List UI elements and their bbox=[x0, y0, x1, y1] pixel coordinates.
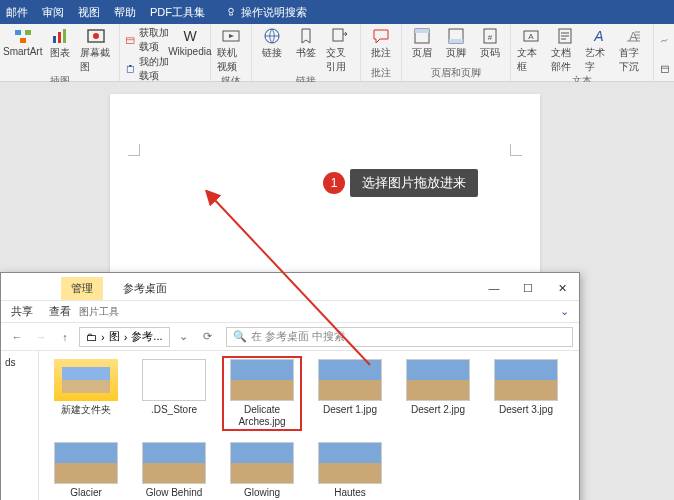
file-thumbnail bbox=[142, 359, 206, 401]
calendar-icon bbox=[660, 62, 670, 76]
file-explorer-window: 管理 参考桌面 — ☐ ✕ 共享 查看 图片工具 ⌄ ← → ↑ 🗀 ›图 ›参… bbox=[0, 272, 580, 500]
file-name: Hautes Pyrenees.jpg bbox=[313, 487, 387, 500]
file-item[interactable]: 新建文件夹 bbox=[47, 357, 125, 430]
footer-icon bbox=[446, 26, 466, 46]
svg-rect-6 bbox=[63, 29, 66, 43]
bookmark-button[interactable]: 书签 bbox=[292, 26, 320, 60]
svg-text:A: A bbox=[528, 32, 534, 41]
tab-mail[interactable]: 邮件 bbox=[6, 5, 28, 20]
explorer-tab-manage[interactable]: 管理 bbox=[61, 277, 103, 300]
svg-rect-17 bbox=[415, 29, 429, 33]
file-thumbnail bbox=[54, 442, 118, 484]
annotation-badge: 1 bbox=[323, 172, 345, 194]
folder-icon bbox=[54, 359, 118, 401]
smartart-icon bbox=[13, 26, 33, 46]
expand-ribbon-button[interactable]: ⌄ bbox=[560, 305, 569, 318]
explorer-search[interactable]: 🔍 在 参考桌面 中搜索 bbox=[226, 327, 573, 347]
bookmark-icon bbox=[296, 26, 316, 46]
video-icon bbox=[221, 26, 241, 46]
close-button[interactable]: ✕ bbox=[545, 276, 579, 300]
file-item[interactable]: Desert 2.jpg bbox=[399, 357, 477, 430]
pagenum-button[interactable]: #页码 bbox=[476, 26, 504, 60]
tab-review[interactable]: 审阅 bbox=[42, 5, 64, 20]
textbox-icon: A bbox=[521, 26, 541, 46]
footer-button[interactable]: 页脚 bbox=[442, 26, 470, 60]
file-item[interactable]: Hautes Pyrenees.jpg bbox=[311, 440, 389, 500]
explorer-sidebar[interactable]: ds bbox=[1, 351, 39, 500]
file-name: .DS_Store bbox=[151, 404, 197, 416]
maximize-button[interactable]: ☐ bbox=[511, 276, 545, 300]
crossref-icon bbox=[330, 26, 350, 46]
explorer-titlebar: 管理 参考桌面 — ☐ ✕ bbox=[1, 273, 579, 301]
file-item[interactable]: .DS_Store bbox=[135, 357, 213, 430]
tab-help[interactable]: 帮助 bbox=[114, 5, 136, 20]
file-name: Glacier Trifecta.jpg bbox=[49, 487, 123, 500]
header-icon bbox=[412, 26, 432, 46]
comment-button[interactable]: 批注 bbox=[367, 26, 395, 60]
group-addins: 获取加载项 我的加载项 WWikipedia 加载项 bbox=[120, 24, 210, 81]
file-item[interactable]: Desert 1.jpg bbox=[311, 357, 389, 430]
file-name: 新建文件夹 bbox=[61, 404, 111, 416]
explorer-title: 参考桌面 bbox=[113, 277, 177, 300]
file-item[interactable]: Glowing Summit.jpg bbox=[223, 440, 301, 500]
addins-icon bbox=[126, 62, 135, 76]
minimize-button[interactable]: — bbox=[477, 276, 511, 300]
group-label: 批注 bbox=[367, 66, 395, 81]
svg-rect-4 bbox=[53, 36, 56, 43]
group-text: A文本框 文档部件 A艺术字 A首字下沉 文本 bbox=[511, 24, 654, 81]
datetime-button[interactable]: 日期 bbox=[660, 55, 674, 83]
my-addins-button[interactable]: 我的加载项 bbox=[126, 55, 169, 83]
file-thumbnail bbox=[494, 359, 558, 401]
header-button[interactable]: 页眉 bbox=[408, 26, 436, 60]
store-icon bbox=[126, 33, 135, 47]
menu-view[interactable]: 查看 bbox=[49, 304, 71, 319]
nav-dropdown-button[interactable]: ⌄ bbox=[174, 327, 194, 347]
file-item[interactable]: Delicate Arches.jpg bbox=[223, 357, 301, 430]
file-item[interactable]: Glow Behind Hood.jpg bbox=[135, 440, 213, 500]
nav-back-button[interactable]: ← bbox=[7, 327, 27, 347]
file-item[interactable]: Desert 3.jpg bbox=[487, 357, 565, 430]
online-video-button[interactable]: 联机视频 bbox=[217, 26, 245, 74]
svg-text:A: A bbox=[629, 29, 638, 44]
file-name: Desert 2.jpg bbox=[411, 404, 465, 416]
breadcrumb[interactable]: 🗀 ›图 ›参考... bbox=[79, 327, 170, 347]
comment-icon bbox=[371, 26, 391, 46]
file-item[interactable]: Glacier Trifecta.jpg bbox=[47, 440, 125, 500]
nav-up-button[interactable]: ↑ bbox=[55, 327, 75, 347]
dropcap-button[interactable]: A首字下沉 bbox=[619, 26, 647, 74]
group-illustrations: SmartArt 图表 屏幕截图 插图 bbox=[0, 24, 120, 81]
file-name: Glow Behind Hood.jpg bbox=[137, 487, 211, 500]
tab-pdftools[interactable]: PDF工具集 bbox=[150, 5, 205, 20]
screenshot-button[interactable]: 屏幕截图 bbox=[80, 26, 114, 74]
margin-corner bbox=[510, 144, 522, 156]
file-thumbnail bbox=[230, 442, 294, 484]
tab-view[interactable]: 视图 bbox=[78, 5, 100, 20]
group-comments: 批注 批注 bbox=[361, 24, 402, 81]
refresh-button[interactable]: ⟳ bbox=[198, 327, 218, 347]
group-media: 联机视频 媒体 bbox=[211, 24, 252, 81]
svg-rect-5 bbox=[58, 32, 61, 43]
svg-rect-9 bbox=[127, 38, 134, 44]
explorer-file-pane: 新建文件夹.DS_StoreDelicate Arches.jpgDesert … bbox=[39, 351, 579, 500]
chart-button[interactable]: 图表 bbox=[46, 26, 74, 60]
svg-rect-10 bbox=[128, 66, 134, 72]
wikipedia-button[interactable]: WWikipedia bbox=[176, 26, 204, 57]
menu-share[interactable]: 共享 bbox=[11, 304, 33, 319]
svg-point-0 bbox=[229, 8, 234, 13]
signature-button[interactable]: 签名 bbox=[660, 26, 674, 54]
link-button[interactable]: 链接 bbox=[258, 26, 286, 60]
file-thumbnail bbox=[230, 359, 294, 401]
explorer-tab-pictools[interactable]: 图片工具 bbox=[79, 305, 119, 319]
get-addins-button[interactable]: 获取加载项 bbox=[126, 26, 169, 54]
folder-icon: 🗀 bbox=[86, 331, 97, 343]
smartart-button[interactable]: SmartArt bbox=[6, 26, 40, 57]
crossref-button[interactable]: 交叉引用 bbox=[326, 26, 354, 74]
quickparts-button[interactable]: 文档部件 bbox=[551, 26, 579, 74]
wordart-button[interactable]: A艺术字 bbox=[585, 26, 613, 74]
textbox-button[interactable]: A文本框 bbox=[517, 26, 545, 74]
file-name: Desert 1.jpg bbox=[323, 404, 377, 416]
file-thumbnail bbox=[406, 359, 470, 401]
tell-me-search[interactable]: 操作说明搜索 bbox=[225, 5, 307, 20]
file-thumbnail bbox=[318, 442, 382, 484]
nav-fwd-button[interactable]: → bbox=[31, 327, 51, 347]
